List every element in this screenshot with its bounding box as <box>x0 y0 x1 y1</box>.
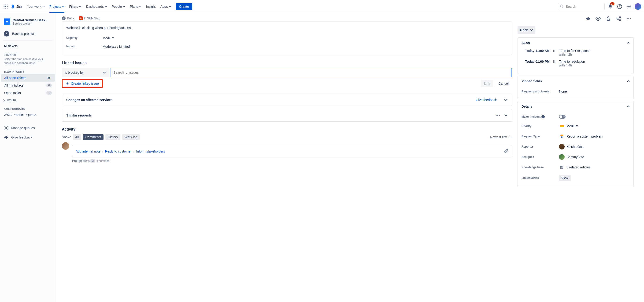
team-priority-section: TEAM PRIORITY <box>0 67 56 74</box>
major-incident-toggle[interactable] <box>559 115 566 119</box>
tab-comments[interactable]: Comments <box>83 134 104 140</box>
request-participants-field[interactable]: Request participants None <box>522 87 630 96</box>
link-type-select[interactable]: is blocked by <box>62 68 109 77</box>
similar-requests-panel[interactable]: Similar requests ••• <box>62 109 512 122</box>
share-icon[interactable] <box>615 15 622 22</box>
pro-tip-hint: Pro tip: press M to comment <box>72 159 512 163</box>
nav-dashboards[interactable]: Dashboards <box>84 0 109 13</box>
linked-issues-title: Linked issues <box>62 61 512 65</box>
more-actions-icon[interactable]: ••• <box>625 15 633 22</box>
app-switcher-icon[interactable] <box>3 4 8 9</box>
inform-stakeholders[interactable]: Inform stakeholders <box>136 149 165 153</box>
plus-icon <box>66 82 69 85</box>
nav-people[interactable]: People <box>110 0 127 13</box>
back-button[interactable]: ← Back <box>62 16 74 20</box>
tab-history[interactable]: History <box>106 134 120 140</box>
nav-projects[interactable]: Projects <box>48 0 66 13</box>
svg-point-9 <box>560 5 562 7</box>
assignee-field[interactable]: Assignee Sammy Vito <box>522 152 630 162</box>
queue-aws[interactable]: AWS Products Queue <box>1 111 55 119</box>
give-feedback-sidebar[interactable]: Give feedback <box>0 133 56 142</box>
comment-input-box[interactable]: Add internal note / Reply to customer / … <box>72 145 512 157</box>
other-section[interactable]: OTHER <box>0 97 56 104</box>
svg-rect-0 <box>4 4 4 5</box>
reply-to-customer[interactable]: Reply to customer <box>105 149 132 153</box>
queue-all-open[interactable]: All open tickets 29 <box>1 74 55 82</box>
chevron-down-icon <box>530 29 533 31</box>
details-header[interactable]: Details <box>518 101 634 112</box>
request-type-field[interactable]: Request Type Report a system problem <box>522 131 630 142</box>
starred-description: Select the star icon next to your queues… <box>0 57 56 67</box>
back-to-project[interactable]: Back to project <box>0 28 56 39</box>
svg-point-12 <box>6 127 7 128</box>
all-tickets-link[interactable]: All tickets <box>0 42 56 50</box>
global-search-input[interactable] <box>558 3 605 10</box>
profile-avatar[interactable] <box>635 3 641 10</box>
create-button[interactable]: Create <box>176 3 192 10</box>
sort-icon <box>509 135 512 139</box>
notifications-icon[interactable]: 9+ <box>606 3 614 10</box>
urgency-value: Medium <box>102 36 114 40</box>
view-alerts-button[interactable]: View <box>559 175 571 181</box>
issue-key-link[interactable]: ⊘ ITSM-7996 <box>79 16 100 20</box>
chevron-up-icon <box>627 80 630 82</box>
reporter-field[interactable]: Reporter Keisha Onai <box>522 142 630 152</box>
svg-point-13 <box>598 18 599 19</box>
nav-your-work[interactable]: Your work <box>25 0 46 13</box>
search-icon <box>560 4 564 9</box>
notification-badge: 9+ <box>610 2 614 5</box>
description-text: Website is clocking when performing acti… <box>66 26 508 30</box>
impact-label: Impact <box>66 45 102 48</box>
back-arrow-icon <box>4 31 9 36</box>
nav-filters[interactable]: Filters <box>67 0 83 13</box>
priority-field[interactable]: Priority Medium <box>522 121 630 131</box>
chevron-down-icon <box>103 72 106 73</box>
project-header[interactable]: Central Service Desk Service project <box>0 15 56 28</box>
queue-open-tasks[interactable]: Open tasks 1 <box>1 89 55 97</box>
manage-queues[interactable]: Manage queues <box>0 123 56 133</box>
help-icon[interactable] <box>616 3 624 10</box>
activity-title: Activity <box>62 127 512 131</box>
cancel-button[interactable]: Cancel <box>495 80 512 87</box>
chevron-down-icon <box>504 114 508 116</box>
info-icon[interactable]: i <box>542 115 545 118</box>
request-type-icon <box>559 134 564 139</box>
svg-rect-20 <box>554 60 555 63</box>
gear-icon <box>4 126 8 130</box>
settings-icon[interactable] <box>625 3 633 10</box>
vote-icon[interactable] <box>605 15 612 22</box>
brand-text: Jira <box>16 5 22 8</box>
link-search-input[interactable] <box>110 68 512 77</box>
pause-icon <box>552 49 556 53</box>
nav-plans[interactable]: Plans <box>128 0 143 13</box>
assignee-avatar <box>559 154 564 160</box>
jira-logo[interactable]: Jira <box>10 4 22 9</box>
attachment-icon[interactable] <box>504 149 508 154</box>
tab-worklog[interactable]: Work log <box>122 134 140 140</box>
svg-point-11 <box>628 6 630 7</box>
pinned-fields-header[interactable]: Pinned fields <box>518 76 634 86</box>
link-button: Link <box>481 80 494 87</box>
give-feedback-link[interactable]: Give feedback <box>476 98 497 102</box>
major-incident-field: Major incidenti <box>522 112 630 121</box>
nav-apps[interactable]: Apps <box>158 0 173 13</box>
priority-medium-icon <box>559 123 564 129</box>
impact-value: Moderate / Limited <box>102 45 130 48</box>
sort-newest-first[interactable]: Newest first <box>490 135 512 139</box>
queue-my-tickets[interactable]: All my tickets 0 <box>1 82 55 89</box>
more-icon[interactable]: ••• <box>496 113 500 117</box>
nav-insight[interactable]: Insight <box>144 0 158 13</box>
status-dropdown[interactable]: Open <box>518 26 535 34</box>
linked-alerts-field: Linked alerts View <box>522 172 630 184</box>
project-icon <box>4 18 10 25</box>
add-internal-note[interactable]: Add internal note <box>76 149 100 153</box>
feedback-megaphone-icon[interactable] <box>584 15 592 22</box>
watch-icon[interactable] <box>594 15 602 22</box>
svg-point-14 <box>620 16 621 18</box>
knowledge-base-field[interactable]: Knowledge base 3 related articles <box>522 162 630 172</box>
slas-panel-header[interactable]: SLAs <box>518 38 634 48</box>
changes-affected-panel[interactable]: Changes on affected services Give feedba… <box>62 94 512 106</box>
tab-all[interactable]: All <box>73 134 81 140</box>
megaphone-icon <box>4 135 8 140</box>
create-linked-issue-button[interactable]: Create linked issue <box>62 79 103 88</box>
